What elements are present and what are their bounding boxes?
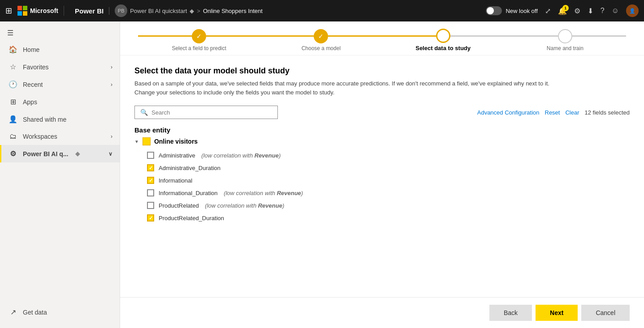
- get-data-icon: ↗: [9, 308, 17, 316]
- powerbi-label: Power BI: [69, 7, 109, 15]
- entity-group-title: ▼ Online visitors: [134, 137, 630, 145]
- checkmark-product-duration: ✓: [149, 215, 153, 221]
- main-layout: ☰ 🏠 Home ☆ Favorites › 🕐 Recent › ⊞ Apps…: [0, 21, 644, 328]
- chevron-icon-powerbi: ∨: [108, 151, 112, 157]
- settings-icon[interactable]: ⚙: [574, 7, 580, 15]
- field-item-product-related: ProductRelated (low correlation with Rev…: [134, 199, 630, 212]
- smiley-icon[interactable]: ☺: [612, 7, 619, 15]
- checkmark-informational: ✓: [149, 178, 153, 183]
- step-label-2: Choose a model: [302, 45, 341, 51]
- step-circle-2: ✓: [314, 29, 328, 43]
- step-1: ✓ Select a field to predict: [138, 29, 260, 51]
- breadcrumb: PB Power BI AI quickstart ◆ > Online Sho…: [115, 4, 480, 17]
- entity-group: ▼ Online visitors Administrative (low co…: [134, 137, 630, 224]
- powerbi-ai-icon: ⚙: [9, 149, 17, 158]
- cancel-button[interactable]: Cancel: [581, 305, 630, 321]
- step-label-1: Select a field to predict: [172, 45, 226, 51]
- footer: Back Next Cancel: [120, 297, 644, 328]
- sidebar-item-apps[interactable]: ⊞ Apps: [0, 93, 120, 111]
- step-circle-4: [558, 29, 572, 43]
- diamond-sidebar-icon: ◆: [75, 150, 80, 157]
- sidebar-menu-icon[interactable]: ☰: [0, 25, 120, 41]
- clear-link[interactable]: Clear: [565, 109, 579, 116]
- toggle-switch[interactable]: [486, 6, 502, 15]
- help-icon[interactable]: ?: [601, 7, 605, 15]
- right-actions: Advanced Configuration Reset Clear 12 fi…: [477, 109, 630, 116]
- download-icon[interactable]: ⬇: [588, 7, 593, 15]
- avatar[interactable]: 👤: [626, 4, 639, 17]
- step-label-3: Select data to study: [415, 45, 471, 51]
- entity-scroll: Administrative (low correlation with Rev…: [134, 149, 630, 224]
- workspace-name[interactable]: Power BI AI quickstart: [130, 8, 187, 14]
- entity-icon: [143, 137, 151, 145]
- step-circle-3: [436, 29, 450, 43]
- sidebar-item-label-favorites: Favorites: [23, 64, 49, 71]
- apps-icon: ⊞: [9, 98, 17, 106]
- sidebar-item-home[interactable]: 🏠 Home: [0, 41, 120, 58]
- sidebar-item-powerbi-ai[interactable]: ⚙ Power BI AI q... ◆ ∨: [0, 145, 120, 162]
- nav-actions: New look off ⤢ 🔔 1 ⚙ ⬇ ? ☺ 👤: [486, 4, 639, 17]
- base-entity-header: Base entity: [134, 126, 630, 134]
- steps: ✓ Select a field to predict ✓ Choose a m…: [138, 29, 626, 51]
- field-item-admin-duration: ✓ Administrative_Duration: [134, 162, 630, 174]
- checkmark-admin-duration: ✓: [149, 165, 153, 171]
- checkbox-administrative[interactable]: [147, 152, 154, 159]
- checkbox-admin-duration[interactable]: ✓: [147, 164, 154, 171]
- top-navigation: ⊞ Microsoft Power BI PB Power BI AI quic…: [0, 0, 644, 21]
- low-corr-product-related: (low correlation with Revenue): [203, 202, 285, 209]
- new-look-toggle[interactable]: New look off: [486, 6, 537, 15]
- next-button[interactable]: Next: [536, 305, 578, 321]
- expand-icon[interactable]: ⤢: [545, 7, 551, 15]
- section-title: Select the data your model should study: [134, 66, 630, 76]
- diamond-icon: ◆: [190, 8, 194, 14]
- field-item-info-duration: Informational_Duration (low correlation …: [134, 187, 630, 199]
- step-3: Select data to study: [382, 29, 504, 51]
- sidebar-item-favorites[interactable]: ☆ Favorites ›: [0, 58, 120, 76]
- checkbox-product-duration[interactable]: ✓: [147, 214, 154, 222]
- step-circle-1: ✓: [192, 29, 206, 43]
- checkbox-info-duration[interactable]: [147, 189, 154, 196]
- collapse-arrow[interactable]: ▼: [134, 139, 139, 144]
- chevron-icon: ›: [111, 64, 112, 70]
- back-button[interactable]: Back: [489, 305, 532, 321]
- microsoft-label: Microsoft: [30, 7, 58, 14]
- grid-icon[interactable]: ⊞: [5, 6, 12, 16]
- bell-icon[interactable]: 🔔 1: [558, 7, 567, 15]
- search-box: 🔍: [134, 106, 278, 119]
- shared-icon: 👤: [9, 115, 17, 124]
- ms-logo-icon: [17, 6, 27, 16]
- sidebar-item-recent[interactable]: 🕐 Recent ›: [0, 76, 120, 93]
- fields-count: 12 fields selected: [585, 109, 630, 116]
- low-corr-administrative: (low correlation with Revenue): [200, 152, 281, 159]
- progress-bar: ✓ Select a field to predict ✓ Choose a m…: [120, 21, 644, 55]
- search-row: 🔍 Advanced Configuration Reset Clear 12 …: [134, 106, 630, 119]
- field-label-admin-duration: Administrative_Duration: [159, 165, 220, 171]
- entity-section: Base entity ▼ Online visitors Administra…: [134, 126, 630, 224]
- workspace-icon: PB: [115, 4, 127, 17]
- section-description: Based on a sample of your data, we've se…: [134, 79, 630, 97]
- checkbox-product-related[interactable]: [147, 202, 154, 209]
- step-4: Name and train: [504, 29, 626, 51]
- sidebar-item-workspaces[interactable]: 🗂 Workspaces ›: [0, 128, 120, 145]
- home-icon: 🏠: [9, 45, 17, 54]
- sidebar-item-label-home: Home: [23, 46, 39, 53]
- sidebar-item-shared[interactable]: 👤 Shared with me: [0, 111, 120, 128]
- field-item-product-duration: ✓ ProductRelated_Duration: [134, 212, 630, 224]
- current-page: Online Shoppers Intent: [203, 8, 263, 14]
- step-label-4: Name and train: [547, 45, 583, 51]
- checkbox-informational[interactable]: ✓: [147, 177, 154, 184]
- low-corr-info-duration: (low correlation with Revenue): [222, 190, 303, 196]
- workspaces-icon: 🗂: [9, 132, 17, 141]
- content-area: Select the data your model should study …: [120, 55, 644, 297]
- field-label-product-duration: ProductRelated_Duration: [159, 215, 224, 222]
- sidebar-item-get-data[interactable]: ↗ Get data: [0, 303, 120, 321]
- search-input[interactable]: [151, 109, 272, 116]
- toggle-label: New look off: [506, 8, 537, 14]
- notification-badge: 1: [562, 5, 569, 11]
- advanced-config-link[interactable]: Advanced Configuration: [477, 109, 540, 116]
- main-content: ✓ Select a field to predict ✓ Choose a m…: [120, 21, 644, 328]
- reset-link[interactable]: Reset: [545, 109, 560, 116]
- field-item-informational: ✓ Informational: [134, 174, 630, 187]
- recent-icon: 🕐: [9, 80, 17, 89]
- sidebar-bottom: ↗ Get data: [0, 300, 120, 324]
